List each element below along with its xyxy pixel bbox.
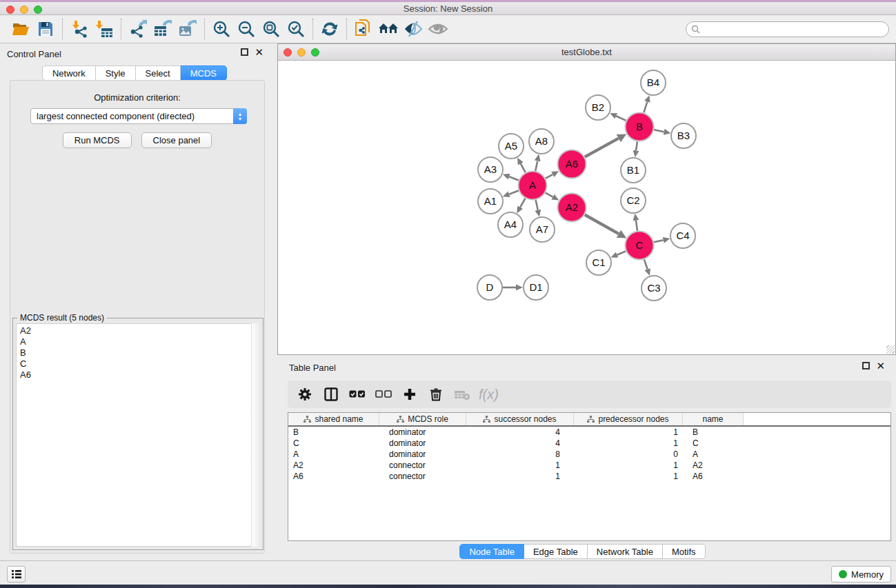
mcds-result-list[interactable]: A2ABCA6	[16, 323, 260, 547]
edge-C-C1[interactable]	[617, 251, 626, 254]
export-network-icon[interactable]	[126, 17, 150, 41]
search-input[interactable]	[703, 23, 888, 36]
table-row[interactable]: A2connector11A2	[288, 460, 890, 471]
table-row[interactable]: Cdominator41C	[288, 438, 890, 449]
edge-A-A2[interactable]	[546, 193, 553, 197]
criterion-dropdown[interactable]: largest connected component (directed) ▲…	[30, 108, 247, 124]
network-canvas[interactable]: AA1A2A3A4A5A6A7A8BB1B2B3B4CC1C2C3C4DD1	[278, 61, 895, 354]
network-graph[interactable]: AA1A2A3A4A5A6A7A8BB1B2B3B4CC1C2C3C4DD1	[278, 61, 895, 354]
criterion-value: largest connected component (directed)	[31, 111, 234, 121]
tab-network-table[interactable]: Network Table	[588, 544, 663, 559]
resize-grip[interactable]	[886, 345, 895, 354]
run-mcds-button[interactable]: Run MCDS	[63, 132, 132, 148]
tab-network[interactable]: Network	[42, 65, 96, 81]
edge-B-B4[interactable]	[644, 102, 647, 113]
tab-select[interactable]: Select	[136, 65, 181, 81]
apply-layout-icon[interactable]	[317, 17, 342, 41]
close-panel-icon[interactable]: ✕	[255, 48, 263, 56]
minimize-window-button[interactable]	[20, 6, 28, 14]
table-type-tabs: Node TableEdge TableNetwork TableMotifs	[269, 543, 896, 560]
cell-MCDS-role: connector	[379, 472, 466, 481]
show-columns-icon[interactable]	[319, 383, 343, 405]
tab-node-table[interactable]: Node Table	[459, 544, 524, 559]
add-row-icon[interactable]	[398, 383, 421, 405]
close-network-button[interactable]	[283, 48, 292, 57]
edge-A-A8[interactable]	[535, 161, 537, 171]
column-header-predecessor-nodes[interactable]: predecessor nodes	[574, 413, 683, 425]
edge-A2-C[interactable]	[585, 215, 619, 234]
close-panel-button[interactable]: Close panel	[141, 132, 212, 148]
table-settings-gear-icon[interactable]	[293, 383, 317, 405]
minimize-network-button[interactable]	[297, 48, 306, 57]
deselect-all-icon[interactable]	[372, 383, 395, 405]
tab-edge-table[interactable]: Edge Table	[524, 544, 588, 559]
zoom-network-button[interactable]	[311, 48, 319, 57]
edge-A-A5[interactable]	[521, 163, 526, 172]
node-label-C: C	[636, 239, 644, 251]
search-field[interactable]	[686, 21, 889, 37]
node-label-A2: A2	[566, 201, 578, 213]
mcds-result-item[interactable]: B	[20, 347, 259, 358]
zoom-fit-icon[interactable]	[259, 17, 283, 41]
tab-style[interactable]: Style	[96, 65, 136, 81]
edge-B-B2[interactable]	[616, 116, 626, 121]
export-table-icon[interactable]	[150, 17, 175, 41]
zoom-window-button[interactable]	[34, 6, 42, 14]
open-folder-icon[interactable]	[8, 17, 33, 41]
memory-button[interactable]: Memory	[831, 566, 891, 582]
dropdown-stepper-icon: ▲▼	[233, 108, 247, 124]
edge-A-A4[interactable]	[520, 199, 525, 207]
cell-name: A2	[683, 460, 744, 470]
close-table-panel-icon[interactable]: ✕	[876, 362, 885, 369]
column-header-shared-name[interactable]: shared name	[288, 413, 379, 425]
delete-icon[interactable]	[424, 383, 448, 405]
edge-A-A3[interactable]	[509, 176, 519, 180]
cell-shared-name: B	[288, 427, 379, 437]
mcds-result-item[interactable]: A6	[20, 369, 259, 381]
task-history-button[interactable]	[7, 566, 26, 582]
mcds-result-item[interactable]: C	[20, 358, 259, 369]
hide-eye-icon[interactable]	[401, 17, 426, 41]
edge-C-C4[interactable]	[654, 240, 664, 242]
close-window-button[interactable]	[6, 6, 14, 14]
float-panel-icon[interactable]	[241, 48, 248, 56]
zoom-selected-icon[interactable]	[283, 17, 308, 41]
result-scrollbar[interactable]	[251, 323, 260, 547]
column-header-name[interactable]: name	[683, 413, 744, 425]
show-eye-icon[interactable]	[426, 17, 450, 41]
application-window: Session: New Session	[0, 0, 896, 588]
import-network-icon[interactable]	[67, 17, 92, 41]
column-header-successor-nodes[interactable]: successor nodes	[466, 413, 574, 425]
node-table[interactable]: shared nameMCDS rolesuccessor nodesprede…	[288, 412, 891, 541]
edge-A-A6[interactable]	[546, 174, 552, 179]
edge-B-B1[interactable]	[636, 141, 637, 150]
node-label-A6: A6	[566, 158, 578, 170]
table-header-row: shared nameMCDS rolesuccessor nodesprede…	[288, 413, 890, 427]
table-body: Bdominator41BCdominator41CAdominator80AA…	[288, 427, 890, 482]
import-table-icon[interactable]	[92, 17, 117, 41]
mcds-result-item[interactable]: A2	[20, 325, 259, 336]
edge-C-C2[interactable]	[636, 221, 637, 231]
edge-C-C3[interactable]	[644, 259, 648, 269]
edge-B-B3[interactable]	[654, 130, 664, 132]
column-header-MCDS-role[interactable]: MCDS role	[379, 413, 466, 425]
float-table-panel-icon[interactable]	[862, 362, 870, 369]
zoom-out-icon[interactable]	[234, 17, 259, 41]
tab-mcds[interactable]: MCDS	[181, 65, 227, 81]
cell-shared-name: A6	[288, 472, 379, 481]
zoom-in-icon[interactable]	[209, 17, 234, 41]
export-image-icon[interactable]	[175, 17, 200, 41]
tab-motifs[interactable]: Motifs	[663, 544, 706, 559]
network-window-titlebar[interactable]: testGlobe.txt	[278, 44, 895, 61]
home-icon[interactable]	[376, 17, 401, 41]
table-row[interactable]: Adominator80A	[288, 449, 890, 460]
mcds-result-item[interactable]: A	[20, 336, 259, 347]
table-row[interactable]: Bdominator41B	[288, 427, 890, 438]
save-session-icon[interactable]	[33, 17, 58, 41]
edge-A6-B[interactable]	[585, 139, 619, 157]
select-all-icon[interactable]	[346, 383, 369, 405]
cybrowser-icon[interactable]	[351, 17, 376, 41]
table-row[interactable]: A6connector11A6	[288, 471, 890, 482]
edge-A-A1[interactable]	[509, 191, 519, 194]
edge-A-A7[interactable]	[536, 200, 538, 210]
